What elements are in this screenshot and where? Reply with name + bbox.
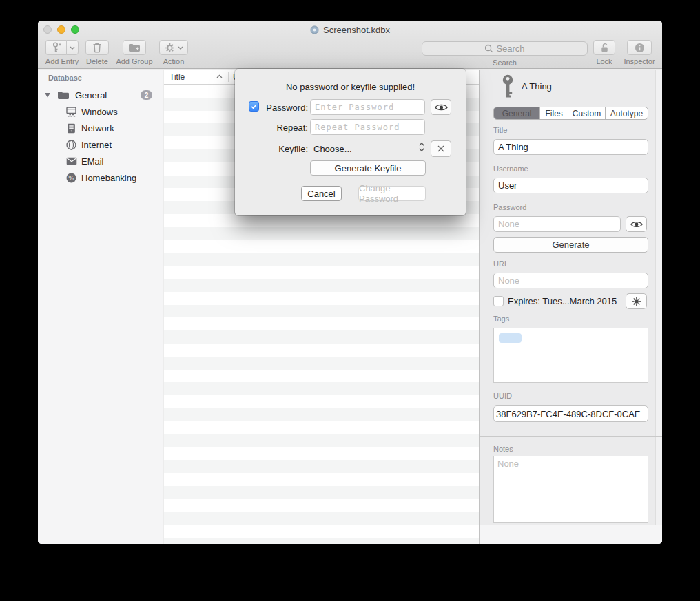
globe-icon [66,140,76,150]
tab-files[interactable]: Files [540,107,568,119]
generate-button-label: Generate [552,240,589,250]
gear-icon [165,43,175,53]
title-field[interactable] [493,139,648,155]
generate-password-button[interactable]: Generate [493,237,648,253]
lock-label: Lock [596,57,612,65]
tags-field[interactable] [493,328,648,383]
sort-ascending-icon [216,74,223,78]
action-label: Action [163,57,185,65]
url-field-label: URL [493,260,508,268]
sidebar-item-label: General [75,90,107,101]
uuid-field[interactable] [493,405,648,422]
eye-icon [630,220,643,229]
sidebar-item-network[interactable]: Network [38,120,163,136]
show-password-button[interactable] [626,216,647,232]
window-header: Screenshot.kdbx [38,21,662,69]
generate-keyfile-label: Generate Keyfile [335,163,402,173]
notes-label: Notes [493,445,513,453]
sidebar-item-windows[interactable]: Windows [38,103,163,120]
expires-checkbox[interactable] [493,296,504,306]
search-placeholder: Search [496,43,524,54]
entry-title-heading: A Thing [522,81,552,92]
password-field[interactable] [493,216,621,232]
key-icon [501,74,515,100]
close-x-icon [437,145,445,153]
inspector-button[interactable] [627,40,652,55]
group-count-badge: 2 [141,90,152,100]
username-field-label: Username [493,165,528,173]
column-header-title[interactable]: Title [169,72,185,82]
inspector-scrollbar[interactable] [655,70,662,525]
inspector-label: Inspector [624,57,655,65]
stepper-icon[interactable] [418,141,425,153]
chevron-down-icon [178,46,183,50]
generate-keyfile-button[interactable]: Generate Keyfile [310,160,426,176]
windows-icon [65,107,77,117]
window-title: Screenshot.kdbx [323,25,390,35]
column-divider[interactable] [228,72,229,82]
expires-settings-button[interactable] [626,293,647,309]
sidebar-item-email[interactable]: EMail [38,153,163,169]
info-icon [635,43,645,53]
inspector-divider [480,436,662,437]
change-password-button[interactable]: Change Password [358,186,426,201]
action-button[interactable] [159,40,188,55]
add-group-button[interactable] [123,40,146,55]
eye-icon [435,103,448,112]
sidebar: Database General 2 [38,70,163,544]
change-password-dialog: No password or keyfile supplied! Passwor… [235,69,466,215]
lock-button[interactable] [593,40,615,55]
dialog-repeat-input[interactable] [310,119,425,135]
sidebar-item-general[interactable]: General 2 [38,87,163,103]
dialog-show-password-button[interactable] [431,99,451,115]
tab-custom[interactable]: Custom [568,107,606,119]
search-icon [484,44,493,53]
inspector-item: Inspector [617,40,662,65]
url-field[interactable] [493,273,648,288]
cancel-button[interactable]: Cancel [301,186,342,201]
dialog-password-input[interactable] [310,99,425,115]
disclosure-triangle-icon[interactable] [44,92,51,98]
document-icon [310,25,319,34]
inspector-footer [480,525,662,544]
add-entry-button[interactable] [45,40,79,55]
chevron-down-icon [70,46,75,50]
keyfile-popup[interactable]: Choose... [313,144,352,154]
unlock-icon [599,43,610,53]
trash-icon [92,42,102,53]
dialog-repeat-label: Repeat: [256,123,308,133]
inspector-tabs: General Files Custom Autotype [493,107,648,120]
password-field-label: Password [493,203,526,211]
svg-text:%: % [68,174,74,181]
sidebar-item-internet[interactable]: Internet [38,136,163,153]
tags-label: Tags [493,315,509,323]
add-group-label: Add Group [116,57,152,65]
dialog-keyfile-label: Keyfile: [256,144,308,154]
sidebar-section-header: Database [48,74,82,82]
action-item: Action [150,40,198,65]
clear-keyfile-button[interactable] [431,140,451,157]
dialog-password-label: Password: [256,103,308,113]
delete-button[interactable] [85,40,109,55]
expires-label: Expires: Tues...March 2015 [508,296,617,306]
delete-label: Delete [86,57,108,65]
sidebar-item-label: Internet [81,140,112,150]
username-field[interactable] [493,178,648,193]
tab-autotype[interactable]: Autotype [606,107,648,119]
notes-field[interactable] [493,456,648,523]
tab-general[interactable]: General [494,107,540,119]
sidebar-item-homebanking[interactable]: % Homebanking [38,169,163,186]
titlebar[interactable]: Screenshot.kdbx [38,21,662,39]
folder-icon [57,91,70,100]
window-title-area: Screenshot.kdbx [38,21,662,39]
screenshot-stage: Screenshot.kdbx [0,0,700,601]
inspector-panel: A Thing General Files Custom Autotype Ti… [479,70,662,544]
delete-item: Delete [81,40,114,65]
add-entry-item: Add Entry [43,40,81,65]
sidebar-item-label: Homebanking [81,173,136,183]
server-icon [67,123,76,134]
dialog-message: No password or keyfile supplied! [235,82,466,92]
tag-token [499,333,522,343]
add-entry-label: Add Entry [45,57,79,65]
search-input[interactable]: Search [422,41,588,56]
